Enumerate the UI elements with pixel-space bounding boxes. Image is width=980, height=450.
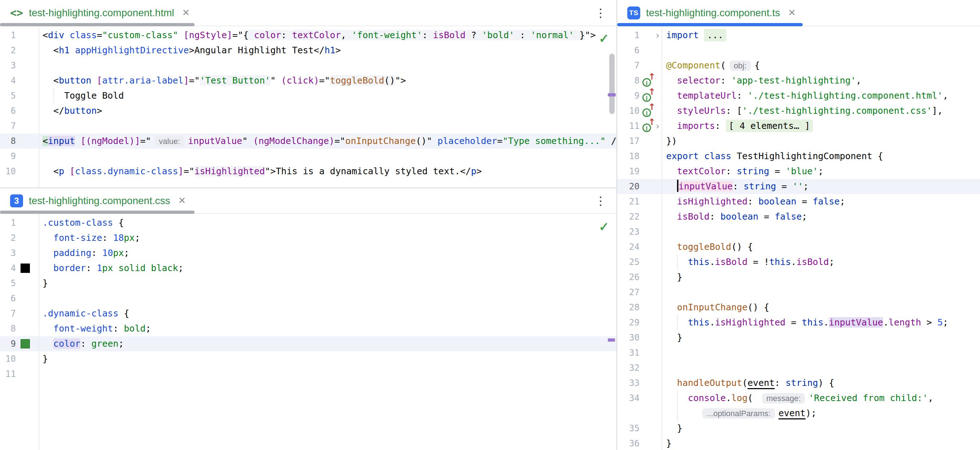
code-text[interactable]: border: 1px solid black; bbox=[38, 261, 616, 276]
code-text[interactable]: handleOutput(event: string) { bbox=[662, 376, 980, 391]
code-text[interactable]: isBold: boolean = false; bbox=[662, 209, 980, 224]
code-text[interactable]: } bbox=[38, 351, 616, 366]
code-line: 6 </button> bbox=[0, 103, 616, 119]
tab-label: test-highlighting.component.css bbox=[29, 195, 170, 207]
code-text[interactable]: <h1 appHighlightDirective>Angular Highli… bbox=[38, 43, 616, 58]
code-line: 2 <h1 appHighlightDirective>Angular High… bbox=[0, 43, 616, 58]
code-text[interactable]: this.isHighlighted = this.inputValue.len… bbox=[662, 315, 980, 330]
code-text[interactable]: selector: 'app-test-highlighting', bbox=[662, 73, 980, 88]
color-preview-swatch[interactable] bbox=[21, 263, 30, 273]
code-text[interactable]: isHighlighted: boolean = false; bbox=[662, 194, 980, 209]
code-text[interactable]: Toggle Bold bbox=[38, 88, 616, 103]
code-text[interactable]: } bbox=[662, 436, 980, 450]
close-tab-icon[interactable]: ✕ bbox=[182, 7, 190, 18]
code-text[interactable]: } bbox=[38, 276, 616, 291]
code-line: 4 <button [attr.aria-label]="'Test Butto… bbox=[0, 73, 616, 88]
code-text[interactable]: styleUrls: ['./test-highlighting.compone… bbox=[662, 103, 980, 119]
code-text[interactable] bbox=[662, 345, 980, 360]
related-symbol-gutter-icon[interactable]: I↑ bbox=[643, 90, 654, 102]
code-text[interactable]: templateUrl: './test-highlighting.compon… bbox=[662, 88, 980, 103]
code-text[interactable]: .dynamic-class { bbox=[38, 306, 616, 321]
code-line: 35 } bbox=[617, 421, 980, 436]
code-editor-css[interactable]: 1.custom-class {2 font-size: 18px;3 padd… bbox=[0, 214, 616, 450]
code-text[interactable] bbox=[38, 58, 616, 73]
line-number: 7 bbox=[0, 309, 16, 318]
color-preview-swatch[interactable] bbox=[21, 339, 30, 349]
code-text[interactable]: } bbox=[662, 421, 980, 436]
code-text[interactable]: padding: 10px; bbox=[38, 246, 616, 261]
code-line: 32 bbox=[617, 360, 980, 376]
code-text[interactable] bbox=[38, 149, 616, 164]
editor-pane-css: 3 test-highlighting.component.css ✕ ⋮ 1.… bbox=[0, 187, 616, 450]
code-text[interactable]: import ... bbox=[662, 28, 980, 43]
code-text[interactable] bbox=[662, 360, 980, 376]
line-number: 26 bbox=[617, 272, 640, 282]
code-text[interactable]: <button [attr.aria-label]="'Test Button'… bbox=[38, 73, 616, 88]
code-text[interactable]: export class TestHighlightingComponent { bbox=[662, 149, 980, 164]
code-text[interactable]: toggleBold() { bbox=[662, 239, 980, 255]
code-text[interactable]: font-size: 18px; bbox=[38, 230, 616, 246]
code-text[interactable] bbox=[662, 224, 980, 239]
code-line: 9 bbox=[0, 149, 616, 164]
code-line: 8<input [(ngModel)]="value:inputValue" (… bbox=[0, 133, 616, 149]
code-editor-ts[interactable]: 1›import ...67@Component(obj:{8I↑ select… bbox=[617, 26, 980, 450]
close-tab-icon[interactable]: ✕ bbox=[178, 195, 186, 206]
code-text[interactable]: color: green; bbox=[38, 336, 616, 351]
code-line: 10 <p [class.dynamic-class]="isHighlight… bbox=[0, 164, 616, 179]
code-text[interactable]: } bbox=[662, 330, 980, 345]
line-number: 8 bbox=[617, 76, 640, 86]
code-line: 33 handleOutput(event: string) { bbox=[617, 376, 980, 391]
line-number: 6 bbox=[617, 45, 640, 55]
code-text[interactable]: this.isBold = !this.isBold; bbox=[662, 255, 980, 269]
code-line: 17}) bbox=[617, 133, 980, 149]
code-text[interactable]: <p [class.dynamic-class]="isHighlighted"… bbox=[38, 164, 616, 179]
code-line: 8 font-weight: bold; bbox=[0, 321, 616, 336]
inspections-ok-icon[interactable]: ✓ bbox=[599, 220, 609, 234]
scrollbar-caret-mark bbox=[608, 93, 616, 97]
code-text[interactable]: <div class="custom-class" [ngStyle]="{ c… bbox=[38, 28, 616, 43]
code-text[interactable]: console.log( message:'Received from chil… bbox=[662, 391, 980, 406]
code-editor-html[interactable]: 1<div class="custom-class" [ngStyle]="{ … bbox=[0, 26, 616, 187]
line-number: 32 bbox=[617, 363, 640, 373]
code-text[interactable] bbox=[38, 291, 616, 306]
editor-pane-html: <> test-highlighting.component.html ✕ ⋮ … bbox=[0, 0, 616, 187]
css-file-icon: 3 bbox=[10, 194, 23, 208]
code-text[interactable]: </button> bbox=[38, 103, 616, 119]
editor-options-menu-icon[interactable]: ⋮ bbox=[592, 6, 609, 20]
fold-region-icon[interactable]: › bbox=[654, 30, 661, 41]
code-text[interactable]: textColor: string = 'blue'; bbox=[662, 164, 980, 179]
code-text[interactable]: <input [(ngModel)]="value:inputValue" (n… bbox=[38, 133, 616, 149]
code-text[interactable]: }) bbox=[662, 133, 980, 149]
tab-html-file[interactable]: <> test-highlighting.component.html ✕ bbox=[0, 0, 197, 25]
code-text[interactable] bbox=[38, 119, 616, 133]
line-number: 23 bbox=[617, 227, 640, 237]
related-symbol-gutter-icon[interactable]: I↑ bbox=[643, 75, 654, 87]
selected-tab-underline bbox=[0, 23, 194, 26]
code-text[interactable]: imports: [ 4 elements… ] bbox=[662, 119, 980, 133]
code-text[interactable]: .custom-class { bbox=[38, 215, 616, 230]
close-tab-icon[interactable]: ✕ bbox=[788, 7, 796, 18]
inspections-ok-icon[interactable]: ✓ bbox=[599, 31, 609, 46]
tab-ts-file[interactable]: TS test-highlighting.component.ts ✕ bbox=[617, 0, 803, 25]
line-number: 9 bbox=[0, 339, 16, 349]
line-number: 9 bbox=[617, 91, 640, 101]
code-text[interactable]: ...optionalParams:event); bbox=[662, 406, 980, 421]
tab-css-file[interactable]: 3 test-highlighting.component.css ✕ bbox=[0, 188, 193, 213]
code-text[interactable]: @Component(obj:{ bbox=[662, 58, 980, 73]
code-text[interactable] bbox=[662, 43, 980, 58]
code-text[interactable]: onInputChange() { bbox=[662, 300, 980, 315]
code-line: 7@Component(obj:{ bbox=[617, 58, 980, 73]
code-line: 3 padding: 10px; bbox=[0, 246, 616, 261]
code-text[interactable] bbox=[38, 366, 616, 382]
line-number: 35 bbox=[617, 423, 640, 433]
line-number: 4 bbox=[0, 76, 16, 86]
line-number: 3 bbox=[0, 248, 16, 258]
related-symbol-gutter-icon[interactable]: I↑ bbox=[643, 106, 654, 117]
related-symbol-gutter-icon[interactable]: I↑ bbox=[643, 120, 654, 132]
code-text[interactable]: } bbox=[662, 269, 980, 285]
editor-options-menu-icon[interactable]: ⋮ bbox=[592, 194, 609, 208]
code-text[interactable]: font-weight: bold; bbox=[38, 321, 616, 336]
code-text[interactable]: inputValue: string = ''; bbox=[662, 179, 980, 194]
code-text[interactable] bbox=[662, 285, 980, 300]
vertical-scrollbar-thumb[interactable] bbox=[609, 54, 615, 114]
